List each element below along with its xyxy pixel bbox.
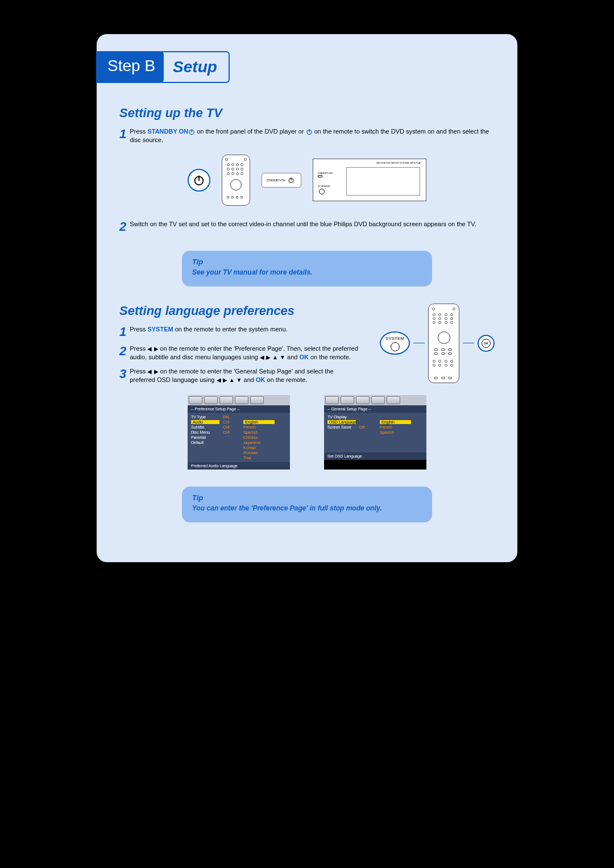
section-language-preferences: Setting language preferences 1 Press SYS… (97, 304, 517, 470)
system-text: SYSTEM (385, 336, 404, 341)
osd-body: TV DisplayOSD LanguageEnglishScreen Save… (324, 413, 426, 452)
osd-cell (223, 446, 240, 450)
osd-cell: CHI (223, 430, 240, 434)
step-2: 2 Switch on the TV set and set to the co… (119, 220, 495, 234)
remote-illustration-small (222, 155, 250, 206)
osd-cell (223, 451, 240, 455)
system-button-callout: SYSTEM (380, 331, 410, 355)
osd-preference-page: -- Preference Setup Page -- TV TypePALAu… (188, 395, 290, 470)
osd-cell (380, 415, 411, 419)
power-icon (306, 128, 313, 135)
dvd-player-illustration: MCD708 DVD MICRO SYSTEM. MP3 PLAY STANDB… (313, 159, 426, 201)
osd-general-setup-page: -- General Setup Page -- TV DisplayOSD L… (324, 395, 426, 470)
device-ir-sensor (319, 189, 325, 194)
step-number: 3 (119, 367, 126, 381)
right-arrow-icon: ▶ (266, 354, 271, 360)
osd-cell: CHI (223, 420, 240, 424)
right-arrow-icon: ▶ (154, 368, 159, 375)
device-standby-label: STANDBY•ON (318, 172, 333, 175)
osd-cell: Disc Menu (191, 430, 219, 434)
step-text: Press ◀ ▶ on the remote to enter the 'Ge… (130, 367, 358, 384)
step-text: Press STANDBY ON on the front panel of t… (130, 127, 495, 144)
osd-cell: Parental (191, 435, 219, 439)
tip-box-2: Tip You can enter the 'Preference Page' … (182, 487, 432, 522)
osd-cell: Korean (243, 446, 275, 450)
osd-cell (327, 430, 356, 434)
step-number: 2 (119, 344, 126, 358)
osd-cell: Spanish (243, 430, 275, 434)
osd-cell: English (380, 420, 411, 424)
tip-box-1: Tip See your TV manual for more details. (182, 251, 432, 286)
tip-text: See your TV manual for more details. (192, 268, 422, 276)
power-button-illustration (188, 169, 210, 192)
osd-cell (191, 456, 219, 460)
device-model-label: MCD708 DVD MICRO SYSTEM. MP3 PLAY (376, 161, 421, 164)
osd-cell: Russian (243, 451, 275, 455)
system-label: SYSTEM (147, 326, 173, 333)
osd-cell: Screen Saver (327, 425, 356, 429)
osd-cell: French (380, 425, 411, 429)
osd-cell: Subtitle (191, 425, 219, 429)
osd-cell (223, 435, 240, 439)
remote-illustration-large (428, 304, 459, 383)
section-setting-up-tv: Setting up the TV 1 Press STANDBY ON on … (97, 106, 517, 234)
osd-cell: CHI (223, 425, 240, 429)
osd-cell (359, 420, 376, 424)
device-standby-button (318, 175, 322, 177)
osd-cell: TV Display (327, 415, 356, 419)
system-circle-icon (391, 342, 400, 351)
step-number: 1 (119, 325, 126, 339)
tip-title: Tip (192, 493, 422, 502)
osd-cell: Audio (191, 420, 219, 424)
osd-cell (223, 456, 240, 460)
ok-button-callout: OK (478, 335, 495, 352)
right-arrow-icon: ▶ (154, 346, 159, 352)
up-arrow-icon: ▲ (272, 354, 278, 360)
osd-cell: Japanese (243, 441, 275, 445)
device-display-panel (346, 167, 420, 196)
standby-on-callout: STANDBY•ON (262, 173, 301, 188)
step-1: 1 Press STANDBY ON on the front panel of… (119, 127, 495, 144)
power-icon (188, 128, 195, 135)
osd-cell (223, 441, 240, 445)
device-ir-label: IR SENSOR (318, 185, 330, 188)
step-number: 2 (119, 220, 126, 234)
down-arrow-icon: ▼ (237, 377, 242, 383)
osd-cell (191, 446, 219, 450)
lang-step-1: 1 Press SYSTEM on the remote to enter th… (119, 325, 358, 339)
osd-screens-row: -- Preference Setup Page -- TV TypePALAu… (119, 395, 495, 470)
left-arrow-icon: ◀ (260, 354, 264, 360)
osd-cell: Chinese (243, 435, 275, 439)
ok-label: OK (256, 376, 265, 383)
up-arrow-icon: ▲ (229, 377, 235, 383)
osd-cell: PAL (223, 415, 240, 419)
osd-cell (243, 415, 275, 419)
left-arrow-icon: ◀ (147, 368, 152, 375)
step-text: Press SYSTEM on the remote to enter the … (130, 325, 358, 334)
osd-body: TV TypePALAudioCHIEnglishSubtitleCHIFren… (188, 413, 290, 462)
connector-line (413, 343, 425, 343)
callout-label: STANDBY•ON (267, 178, 285, 182)
d-pad (438, 331, 450, 344)
power-icon (288, 177, 294, 184)
step-header: Step B Setup (96, 51, 517, 83)
osd-cell: French (243, 425, 275, 429)
step-text: Press ◀ ▶ on the remote to enter the 'Pr… (130, 344, 358, 362)
osd-cell: Thai (243, 456, 275, 460)
section-title-tv: Setting up the TV (119, 106, 495, 121)
osd-header: -- General Setup Page -- (324, 405, 426, 413)
ok-label: OK (299, 354, 309, 360)
osd-cell: English (243, 420, 275, 424)
step-text: Switch on the TV set and set to the corr… (130, 220, 495, 229)
connector-line (463, 343, 474, 343)
page-card: Step B Setup Setting up the TV 1 Press S… (97, 34, 517, 562)
osd-footer: Preferred Audio Language (188, 462, 290, 470)
left-arrow-icon: ◀ (147, 346, 152, 352)
osd-cell: Off (359, 425, 376, 429)
figure-row-devices: STANDBY•ON MCD708 DVD MICRO SYSTEM. MP3 … (119, 155, 495, 206)
ok-text: OK (484, 342, 488, 345)
standby-on-label: STANDBY ON (147, 128, 188, 135)
right-arrow-icon: ▶ (223, 377, 227, 383)
osd-cell (359, 415, 376, 419)
left-arrow-icon: ◀ (217, 377, 221, 383)
